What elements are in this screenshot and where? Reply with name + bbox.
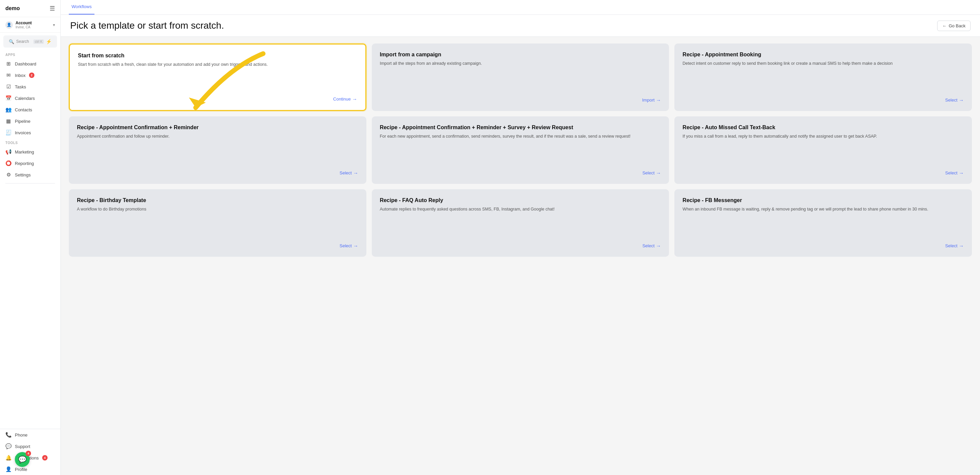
template-grid: Start from scratch Start from scratch wi…	[61, 37, 980, 264]
settings-icon: ⚙	[5, 172, 11, 178]
card-action-select[interactable]: Select →	[380, 170, 661, 176]
go-back-button[interactable]: ← Go Back	[937, 21, 970, 31]
card-import-campaign[interactable]: Import from a campaign Import all the st…	[372, 43, 669, 111]
sidebar-item-pipeline[interactable]: ▦ Pipeline	[0, 115, 60, 127]
page-header: Pick a template or start from scratch. ←…	[61, 15, 980, 37]
card-appointment-booking[interactable]: Recipe - Appointment Booking Detect inte…	[675, 43, 972, 111]
tasks-icon: ☑	[5, 84, 11, 90]
sidebar-item-label: Dashboard	[15, 61, 37, 67]
account-avatar: 👤	[5, 21, 13, 29]
sidebar: demo ☰ 👤 Account Irvine, CA ▾ 🔍 Search c…	[0, 0, 61, 475]
card-birthday[interactable]: Recipe - Birthday Template A workflow to…	[69, 189, 366, 257]
arrow-right-icon: →	[959, 170, 964, 176]
card-title: Recipe - FB Messenger	[682, 197, 964, 203]
card-action-select[interactable]: Select →	[380, 243, 661, 249]
card-appt-confirm-reminder[interactable]: Recipe - Appointment Confirmation + Remi…	[69, 116, 366, 184]
sidebar-item-invoices[interactable]: 🧾 Invoices	[0, 127, 60, 138]
sidebar-divider	[5, 183, 55, 184]
chat-badge: 4	[25, 451, 31, 456]
action-label: Continue	[333, 97, 351, 102]
sidebar-item-dashboard[interactable]: ⊞ Dashboard	[0, 58, 60, 70]
bolt-icon: ⚡	[46, 39, 52, 44]
arrow-right-icon: →	[352, 96, 357, 102]
sidebar-item-label: Phone	[15, 432, 28, 438]
apps-label: Apps	[0, 50, 60, 58]
sidebar-item-reporting[interactable]: ⭕ Reporting	[0, 157, 60, 169]
dashboard-icon: ⊞	[5, 61, 11, 67]
card-desc: When an inbound FB message is waiting, r…	[682, 206, 964, 237]
card-desc: Start from scratch with a fresh, clean s…	[78, 61, 357, 91]
arrow-right-icon: →	[353, 243, 358, 249]
card-action-select[interactable]: Select →	[682, 243, 964, 249]
tools-label: Tools	[0, 138, 60, 146]
card-title: Recipe - Birthday Template	[77, 197, 358, 203]
top-navigation: Workflows	[61, 0, 980, 15]
chevron-down-icon: ▾	[53, 22, 55, 27]
account-section[interactable]: 👤 Account Irvine, CA ▾	[0, 17, 60, 33]
sidebar-item-support[interactable]: 💬 Support	[0, 441, 60, 452]
action-label: Import	[642, 97, 654, 103]
card-appt-confirm-survey[interactable]: Recipe - Appointment Confirmation + Remi…	[372, 116, 669, 184]
pipeline-icon: ▦	[5, 118, 11, 124]
sidebar-item-inbox[interactable]: ✉ Inbox 2	[0, 70, 60, 81]
sidebar-item-label: Reporting	[15, 161, 34, 166]
chat-bubble[interactable]: 💬 4	[15, 452, 30, 467]
card-action-select[interactable]: Select →	[682, 97, 964, 103]
chat-icon: 💬	[18, 456, 27, 464]
arrow-right-icon: →	[656, 97, 661, 103]
action-label: Select	[945, 97, 958, 103]
card-action-import[interactable]: Import →	[380, 97, 661, 103]
account-name: Account	[16, 21, 50, 25]
sidebar-item-calendars[interactable]: 📅 Calendars	[0, 92, 60, 104]
card-desc: A workflow to do Birthday promotions	[77, 206, 358, 237]
card-fb-messenger[interactable]: Recipe - FB Messenger When an inbound FB…	[675, 189, 972, 257]
main-content: Workflows Pick a template or start from …	[61, 0, 980, 475]
contacts-icon: 👥	[5, 106, 11, 113]
arrow-left-icon: ←	[942, 23, 947, 29]
card-title: Import from a campaign	[380, 52, 661, 58]
action-label: Select	[642, 170, 654, 175]
inbox-badge: 2	[29, 73, 34, 78]
invoices-icon: 🧾	[5, 130, 11, 136]
account-location: Irvine, CA	[16, 25, 50, 29]
sidebar-item-marketing[interactable]: 📢 Marketing	[0, 146, 60, 157]
sidebar-item-label: Settings	[15, 172, 31, 178]
sidebar-item-contacts[interactable]: 👥 Contacts	[0, 104, 60, 115]
card-faq[interactable]: Recipe - FAQ Auto Reply Automate replies…	[372, 189, 669, 257]
sidebar-item-profile[interactable]: 👤 Profile	[0, 464, 60, 475]
card-title: Recipe - Appointment Confirmation + Remi…	[77, 124, 358, 130]
search-shortcut: ctrl K	[33, 40, 44, 44]
card-action-continue[interactable]: Continue →	[78, 96, 357, 102]
card-missed-call[interactable]: Recipe - Auto Missed Call Text-Back If y…	[675, 116, 972, 184]
card-desc: If you miss a call from a lead, reply to…	[682, 133, 964, 165]
sidebar-item-label: Marketing	[15, 149, 34, 154]
action-label: Select	[945, 243, 958, 248]
card-action-select[interactable]: Select →	[77, 170, 358, 176]
card-title: Recipe - FAQ Auto Reply	[380, 197, 661, 203]
sidebar-item-label: Pipeline	[15, 119, 30, 124]
arrow-right-icon: →	[353, 170, 358, 176]
arrow-right-icon: →	[959, 243, 964, 249]
card-start-from-scratch[interactable]: Start from scratch Start from scratch wi…	[69, 43, 366, 111]
card-desc: Automate replies to frequently asked que…	[380, 206, 661, 237]
card-action-select[interactable]: Select →	[682, 170, 964, 176]
sidebar-item-settings[interactable]: ⚙ Settings	[0, 169, 60, 181]
grid-wrapper: Start from scratch Start from scratch wi…	[61, 37, 980, 475]
search-label: Search	[16, 39, 31, 44]
logo-text: demo	[5, 5, 20, 11]
hamburger-icon[interactable]: ☰	[49, 5, 55, 12]
search-bar[interactable]: 🔍 Search ctrl K ⚡	[3, 35, 57, 48]
notifications-icon: 🔔	[5, 455, 11, 461]
sidebar-item-label: Profile	[15, 467, 27, 472]
action-label: Select	[340, 170, 352, 175]
tab-workflows[interactable]: Workflows	[69, 0, 94, 14]
card-title: Recipe - Appointment Confirmation + Remi…	[380, 124, 661, 130]
card-action-select[interactable]: Select →	[77, 243, 358, 249]
phone-icon: 📞	[5, 432, 11, 438]
arrow-right-icon: →	[656, 243, 661, 249]
card-desc: Import all the steps from an already exi…	[380, 60, 661, 92]
sidebar-item-phone[interactable]: 📞 Phone	[0, 429, 60, 441]
sidebar-item-tasks[interactable]: ☑ Tasks	[0, 81, 60, 92]
inbox-icon: ✉	[5, 72, 11, 78]
sidebar-item-label: Tasks	[15, 84, 26, 89]
